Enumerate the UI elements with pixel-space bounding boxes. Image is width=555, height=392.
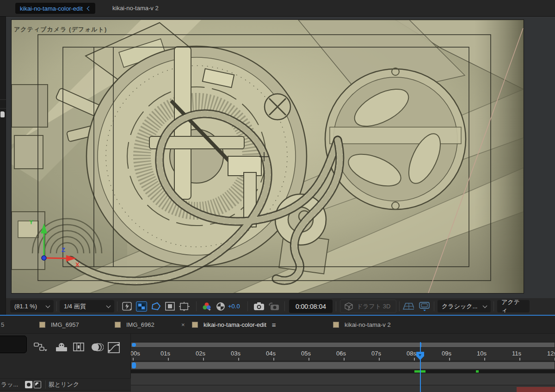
strip-divider xyxy=(0,99,6,100)
time-ruler[interactable]: 0:00s 01s 02s 03s 04s 05s 06s 07s 08s 09… xyxy=(131,348,555,361)
resolution-value: 1/4 画質 xyxy=(64,302,86,311)
viewer-tab-bar: kikai-no-tama-color-edit kikai-no-tama-v… xyxy=(0,0,555,17)
show-channel-icon[interactable] xyxy=(201,301,212,312)
view-camera-dropdown[interactable]: アクティ xyxy=(497,300,530,312)
renderer-value: クラシック... xyxy=(442,302,477,311)
exposure-value[interactable]: +0.0 xyxy=(228,303,240,310)
motion-blur-icon[interactable] xyxy=(91,342,104,355)
scrollbar-left-cap[interactable] xyxy=(132,343,136,347)
timeline-track-area[interactable]: 0:00s 01s 02s 03s 04s 05s 06s 07s 08s 09… xyxy=(131,342,555,392)
timeline-panel: 5 IMG_6957 IMG_6962 × kikai-no-tama-colo… xyxy=(0,316,555,392)
axis-y-label: Y xyxy=(29,219,33,226)
ruler-label: 0:00s xyxy=(131,350,140,357)
viewer-tab-inactive[interactable]: kikai-no-tama-v 2 xyxy=(112,5,159,12)
preserve-transparency-icon[interactable] xyxy=(34,381,41,388)
ruler-label: 02s xyxy=(196,350,205,357)
after-effects-window: kikai-no-tama-color-edit kikai-no-tama-v… xyxy=(0,0,555,392)
marker-strip xyxy=(131,370,555,373)
graph-editor-icon[interactable] xyxy=(107,342,120,355)
timeline-left-column: ラッ... 親とリンク マッ @ なし xyxy=(0,334,131,392)
active-camera-label[interactable]: アクティブカメラ (デフォルト) xyxy=(14,25,107,34)
timeline-tab-active[interactable]: kikai-no-tama-color-edit ≡ xyxy=(192,316,276,334)
timeline-horizontal-scrollbar[interactable] xyxy=(131,342,555,348)
viewer-tab-active[interactable]: kikai-no-tama-color-edit xyxy=(15,3,95,14)
timeline-track-row[interactable] xyxy=(131,373,555,385)
grid-guides-icon[interactable] xyxy=(179,301,190,312)
draft-3d-toggle[interactable]: ドラフト 3D xyxy=(340,300,396,313)
close-tab-icon[interactable]: × xyxy=(181,321,185,328)
timeline-tab-label: kikai-no-tama-v 2 xyxy=(345,321,391,328)
ruler-label: 04s xyxy=(266,350,276,357)
ruler-label: 08s xyxy=(407,350,416,357)
timeline-track-row[interactable] xyxy=(131,385,555,392)
chevron-down-icon xyxy=(46,303,50,308)
panel-menu-icon[interactable]: ≡ xyxy=(272,321,276,329)
ruler-label: 01s xyxy=(160,350,170,357)
3d-view-popout-icon[interactable] xyxy=(419,301,430,312)
ruler-label: 10s xyxy=(477,350,487,357)
timeline-tab-img6962[interactable]: IMG_6962 xyxy=(115,316,154,334)
timeline-tab-bar: 5 IMG_6957 IMG_6962 × kikai-no-tama-colo… xyxy=(0,316,555,334)
ruler-label: 09s xyxy=(442,350,451,357)
ruler-label: 03s xyxy=(231,350,240,357)
magnification-value: (81.1 %) xyxy=(14,303,37,310)
composition-viewer[interactable]: アクティブカメラ (デフォルト) Y Z X xyxy=(6,17,555,298)
ruler-label: 11s xyxy=(512,350,521,357)
axis-z-label: Z xyxy=(62,246,65,253)
mini-flowchart-icon[interactable] xyxy=(34,342,48,355)
timeline-tab-v2[interactable]: kikai-no-tama-v 2 xyxy=(333,316,391,334)
timeline-tab-img6957[interactable]: IMG_6957 xyxy=(39,316,79,334)
region-of-interest-icon[interactable] xyxy=(150,301,161,312)
title-action-safe-icon[interactable] xyxy=(165,301,176,312)
work-area-bar[interactable] xyxy=(131,361,555,369)
renderer-dropdown[interactable]: クラシック... xyxy=(438,300,491,312)
comp-color-swatch xyxy=(115,322,121,328)
show-snapshot-icon[interactable] xyxy=(269,301,280,312)
ruler-label: 12s xyxy=(547,350,555,357)
panel-grip-icon xyxy=(0,111,5,117)
work-area-start-handle[interactable] xyxy=(132,362,136,368)
timeline-tab-label: IMG_6962 xyxy=(126,321,154,328)
view-camera-value: アクティ xyxy=(501,300,525,312)
timeline-current-time-box[interactable] xyxy=(0,336,27,353)
layer-duration-bar[interactable] xyxy=(517,387,555,392)
timeline-tab-label: IMG_6957 xyxy=(51,321,79,328)
render-cache-dot-green xyxy=(476,370,479,373)
hide-shy-layers-icon[interactable] xyxy=(56,342,68,355)
comp-color-swatch xyxy=(39,322,45,328)
ruler-label: 07s xyxy=(371,350,381,357)
transparency-grid-icon[interactable] xyxy=(136,301,147,312)
axis-x-label: X xyxy=(75,261,80,268)
frame-blending-icon[interactable] xyxy=(73,342,84,355)
matte-column-header: ラッ... xyxy=(1,380,25,389)
viewer-toolbar: (81.1 %) 1/4 画質 +0.0 xyxy=(6,298,555,315)
timecode-value: 0:00:08:04 xyxy=(296,303,326,310)
ruler-ticks xyxy=(131,358,555,361)
ruler-label: 06s xyxy=(336,350,346,357)
timeline-column-header: ラッ... 親とリンク xyxy=(0,378,131,390)
exposure-icon[interactable] xyxy=(215,301,226,312)
chevron-down-icon xyxy=(106,303,111,308)
fast-preview-icon[interactable] xyxy=(122,301,133,312)
current-time-display[interactable]: 0:00:08:04 xyxy=(289,300,333,313)
cube-lightning-icon xyxy=(344,302,353,311)
viewer-tab-active-label: kikai-no-tama-color-edit xyxy=(20,5,83,12)
parent-link-column-header: 親とリンク xyxy=(49,380,79,389)
magnification-dropdown[interactable]: (81.1 %) xyxy=(10,300,54,312)
artwork-machinery-illustration xyxy=(12,20,524,293)
snapshot-camera-icon[interactable] xyxy=(253,301,265,312)
draft-3d-label: ドラフト 3D xyxy=(357,302,390,311)
layer-row[interactable]: マッ @ なし xyxy=(0,390,131,392)
timeline-tab-fragment[interactable]: 5 xyxy=(1,321,4,328)
chevron-down-icon xyxy=(483,303,487,308)
resolution-dropdown[interactable]: 1/4 画質 xyxy=(60,300,114,312)
back-chevron-icon[interactable] xyxy=(86,6,91,11)
timeline-tab-label: kikai-no-tama-color-edit xyxy=(204,321,266,328)
transfer-mode-icon[interactable] xyxy=(25,381,32,388)
playhead-line xyxy=(420,342,421,392)
ruler-label: 05s xyxy=(301,350,311,357)
3d-ground-plane-icon[interactable] xyxy=(403,301,414,312)
comp-color-swatch xyxy=(192,322,198,328)
composition-canvas[interactable]: アクティブカメラ (デフォルト) Y Z X xyxy=(12,20,524,293)
collapsed-panel-strip[interactable] xyxy=(0,17,6,316)
